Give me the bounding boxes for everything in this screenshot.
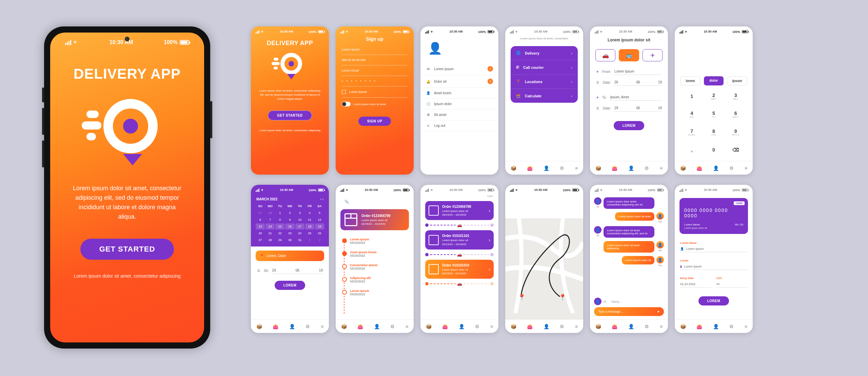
nav-settings[interactable]: ⚙	[475, 324, 479, 329]
day-22[interactable]: 22	[275, 230, 284, 236]
nav-orders[interactable]: 📦	[341, 324, 347, 329]
chat-input[interactable]: Type a message...➤	[594, 307, 664, 316]
key-0[interactable]: 0	[703, 143, 725, 157]
day-21[interactable]: 21	[265, 230, 275, 236]
nav-profile[interactable]: 👤	[374, 324, 380, 329]
nav-more[interactable]: ≡	[575, 324, 578, 329]
cvv-input[interactable]: •••	[716, 281, 747, 288]
day-10[interactable]: 10	[295, 217, 304, 223]
day-11[interactable]: 11	[305, 217, 314, 223]
tab-plane[interactable]: ✈	[643, 49, 663, 61]
to-input[interactable]: Ipsum, Amet	[610, 94, 662, 101]
day-19[interactable]: 19	[315, 223, 324, 230]
nav-profile[interactable]: 👤	[544, 165, 549, 171]
card-field-input[interactable]: ▮Lorem Ipsum	[680, 263, 747, 270]
sort-hint[interactable]: Date	[420, 194, 498, 198]
nav-profile[interactable]: 👤	[459, 324, 465, 329]
day-26[interactable]: 26	[315, 230, 324, 236]
nav-wallet[interactable]: 👛	[612, 324, 617, 329]
day-29[interactable]: 29	[275, 237, 284, 243]
password-input[interactable]: • • • • • • • •	[342, 76, 408, 86]
day-27[interactable]: 27	[256, 210, 265, 216]
pay-button[interactable]: LOREM	[698, 296, 729, 305]
key-6[interactable]: 6MNO	[725, 107, 747, 121]
credit-card[interactable]: CARD 0000 0000 0000 0000 Lorem Name05 / …	[679, 198, 748, 234]
nav-wallet[interactable]: 👛	[696, 324, 702, 329]
day-23[interactable]: 23	[285, 230, 294, 236]
nav-settings[interactable]: ⚙	[305, 324, 310, 329]
nav-more[interactable]: ≡	[321, 324, 323, 329]
nav-more[interactable]: ≡	[575, 165, 578, 171]
day-18[interactable]: 18	[305, 223, 314, 230]
nav-profile[interactable]: 👤	[628, 324, 634, 329]
toggle-row[interactable]: Lorem ipsum dolor sit amet	[342, 102, 408, 106]
next-month-button[interactable]: ›	[322, 197, 323, 201]
nav-orders[interactable]: 📦	[511, 324, 516, 329]
menu-item-mail[interactable]: ✉Lorem ipsum1	[420, 63, 498, 75]
day-1[interactable]: 1	[275, 210, 284, 216]
menu-item-settings[interactable]: ⚙Sit amet	[420, 110, 498, 120]
menu-item-history[interactable]: 🕘Ipsum dolor	[420, 99, 498, 110]
active-order-card[interactable]: Order #123456789Lorem ipsum dolor sit02/…	[340, 209, 409, 230]
day-1[interactable]: 1	[305, 237, 314, 243]
nav-profile[interactable]: 👤	[713, 324, 719, 329]
nav-profile[interactable]: 👤	[628, 165, 634, 171]
menu-locations[interactable]: 📍Locations›	[511, 75, 578, 89]
nav-profile[interactable]: 👤	[289, 324, 295, 329]
from-input[interactable]: Lorem Ipsum	[614, 68, 662, 75]
key-4[interactable]: 4GHI	[681, 107, 703, 121]
day-27[interactable]: 27	[256, 237, 265, 243]
calendar-grid[interactable]: SUMOTUWETHFRSA27281234567891011121314151…	[251, 204, 329, 246]
day-2[interactable]: 2	[315, 237, 324, 243]
get-started-button[interactable]: GET STARTED	[268, 111, 312, 120]
day-24[interactable]: 24	[295, 230, 304, 236]
tab-lorem[interactable]: lorem	[680, 76, 701, 85]
calendar-submit-button[interactable]: LOREM	[275, 281, 305, 290]
nav-orders[interactable]: 📦	[511, 165, 516, 171]
day-9[interactable]: 9	[285, 217, 294, 223]
order-card[interactable]: Order #10101010Lorem ipsum dolor sit02/1…	[425, 260, 494, 279]
expiry-input[interactable]: 01.22.2022	[680, 281, 711, 288]
nav-settings[interactable]: ⚙	[560, 165, 564, 171]
nav-settings[interactable]: ⚙	[560, 324, 564, 329]
day-20[interactable]: 20	[256, 230, 265, 236]
tab-car[interactable]: 🚗	[595, 49, 615, 61]
menu-item-notifications[interactable]: 🔔Dolor sit3	[420, 75, 498, 88]
nav-settings[interactable]: ⚙	[729, 165, 734, 171]
menu-item-account[interactable]: 👤Amet lorem	[420, 88, 498, 99]
name-input[interactable]: Lorem Ipsum	[342, 44, 408, 55]
key-3[interactable]: 3DEF	[725, 90, 747, 103]
key-,[interactable]: ,	[681, 143, 703, 157]
checkbox-row[interactable]: Lorem ipsum	[342, 86, 408, 98]
sit-date-input[interactable]: 290619	[272, 267, 323, 274]
signup-button[interactable]: SIGN UP	[358, 117, 391, 126]
nav-orders[interactable]: 📦	[426, 324, 432, 329]
nav-more[interactable]: ≡	[660, 324, 663, 329]
day-17[interactable]: 17	[295, 223, 304, 230]
menu-item-logout[interactable]: ⎋Log out	[420, 120, 498, 131]
order-card[interactable]: Order #123456789Lorem ipsum dolor sit02/…	[425, 201, 494, 220]
day-3[interactable]: 3	[295, 210, 304, 216]
nav-orders[interactable]: 📦	[680, 324, 686, 329]
day-12[interactable]: 12	[315, 217, 324, 223]
day-8[interactable]: 8	[275, 217, 284, 223]
day-7[interactable]: 7	[265, 217, 275, 223]
nav-settings[interactable]: ⚙	[729, 324, 734, 329]
day-6[interactable]: 6	[256, 217, 265, 223]
length-input[interactable]: Length15 cm	[681, 38, 747, 48]
email-input[interactable]: Lorem Email	[342, 65, 408, 76]
nav-wallet[interactable]: 👛	[527, 165, 533, 171]
menu-calculate[interactable]: 🧮Calculate›	[511, 89, 578, 103]
nav-wallet[interactable]: 👛	[696, 165, 702, 171]
day-5[interactable]: 5	[315, 210, 324, 216]
day-2[interactable]: 2	[285, 210, 294, 216]
route-submit-button[interactable]: LOREM	[614, 121, 645, 130]
name-input[interactable]: 👤Lorem Ipsum	[680, 246, 747, 252]
tab-bus[interactable]: 🚌	[619, 49, 639, 61]
date-to-input[interactable]: 290619	[614, 105, 662, 112]
nav-more[interactable]: ≡	[745, 165, 747, 171]
menu-call-courier[interactable]: ✆Call courier›	[511, 60, 578, 75]
nav-profile[interactable]: 👤	[713, 165, 719, 171]
menu-delivery[interactable]: 🌐Delivery›	[511, 46, 578, 60]
date-from-input[interactable]: 260619	[614, 79, 662, 86]
